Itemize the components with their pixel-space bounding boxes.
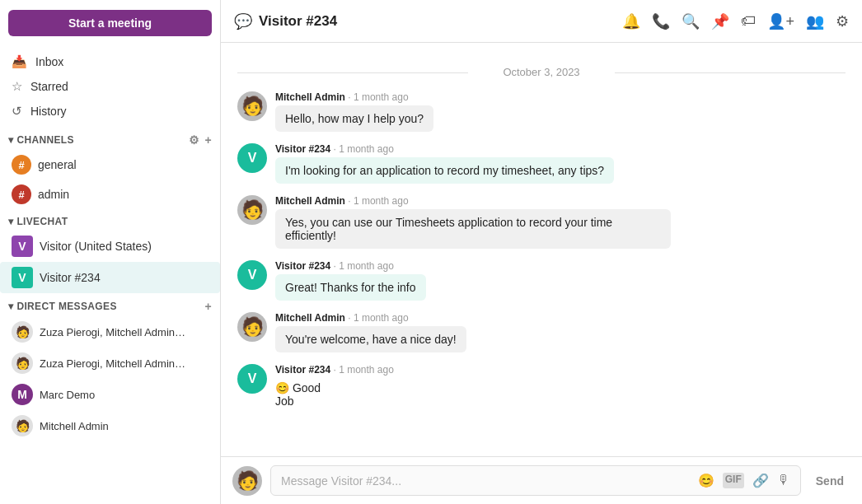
avatar: V [237, 143, 267, 173]
mic-icon[interactable]: 🎙 [777, 473, 790, 488]
dm-avatar-marc: M [12, 384, 33, 405]
sidebar-nav: 📥 Inbox ☆ Starred ↺ History [0, 46, 220, 127]
livechat-section-header: ▾ LIVECHAT [0, 209, 220, 231]
dm-zuza-2[interactable]: 🧑 Zuza Pierogi, Mitchell Admin, a... [0, 348, 220, 379]
chat-input-area: 🧑 😊 GIF 🔗 🎙 Send [221, 456, 862, 504]
input-avatar: 🧑 [232, 466, 262, 496]
avatar: V [237, 260, 267, 290]
livechat-visitor-us-label: Visitor (United States) [40, 240, 152, 253]
nav-item-inbox[interactable]: 📥 Inbox [0, 49, 220, 74]
history-icon: ↺ [12, 104, 22, 119]
message-time: · 1 month ago [334, 260, 394, 272]
message-time: · 1 month ago [348, 91, 408, 103]
sidebar: Start a meeting 📥 Inbox ☆ Starred ↺ Hist… [0, 0, 221, 504]
message-row: V Visitor #234 · 1 month ago I'm looking… [237, 143, 846, 184]
gif-icon[interactable]: GIF [723, 473, 744, 488]
sender-name: Visitor #234 [275, 364, 330, 376]
message-time: · 1 month ago [334, 143, 394, 155]
link-icon[interactable]: 🔗 [752, 473, 769, 488]
general-icon: # [12, 155, 31, 175]
dm-add-icon[interactable]: + [204, 300, 212, 313]
livechat-visitor-us[interactable]: V Visitor (United States) [0, 231, 220, 262]
message-content: Mitchell Admin · 1 month ago Hello, how … [275, 91, 433, 132]
sender-name: Mitchell Admin [275, 195, 345, 207]
message-meta: Mitchell Admin · 1 month ago [275, 91, 433, 103]
sender-name: Visitor #234 [275, 260, 330, 272]
channel-admin[interactable]: # admin [0, 180, 220, 209]
channel-general[interactable]: # general [0, 150, 220, 180]
livechat-visitor-234[interactable]: V Visitor #234 [0, 262, 220, 293]
message-row: 🧑 Mitchell Admin · 1 month ago Yes, you … [237, 195, 846, 249]
message-bubble: I'm looking for an application to record… [275, 157, 614, 184]
nav-label-inbox: Inbox [35, 55, 63, 68]
dm-zuza-1[interactable]: 🧑 Zuza Pierogi, Mitchell Admin, a... [0, 316, 220, 348]
chat-title-text: Visitor #234 [259, 13, 337, 30]
message-bubble: Hello, how may I help you? [275, 105, 433, 132]
livechat-section-toggle[interactable]: ▾ LIVECHAT [8, 216, 68, 227]
message-row: 🧑 Mitchell Admin · 1 month ago Hello, ho… [237, 91, 846, 132]
channels-add-icon[interactable]: + [204, 133, 212, 147]
avatar: V [237, 364, 267, 394]
nav-item-starred[interactable]: ☆ Starred [0, 74, 220, 99]
dm-avatar-mitchell: 🧑 [12, 415, 33, 436]
dm-zuza-2-label: Zuza Pierogi, Mitchell Admin, a... [40, 357, 188, 370]
send-button[interactable]: Send [809, 471, 850, 491]
dm-chevron-icon: ▾ [8, 301, 13, 312]
nav-item-history[interactable]: ↺ History [0, 99, 220, 124]
avatar: 🧑 [237, 195, 267, 225]
chat-input[interactable] [281, 474, 691, 488]
channels-settings-icon[interactable]: ⚙ [189, 133, 199, 147]
message-content: Mitchell Admin · 1 month ago Yes, you ca… [275, 195, 671, 249]
chat-body: October 3, 2023 🧑 Mitchell Admin · 1 mon… [221, 43, 862, 456]
search-icon[interactable]: 🔍 [682, 12, 700, 30]
dm-section-header: ▾ DIRECT MESSAGES + [0, 293, 220, 316]
message-row: V Visitor #234 · 1 month ago Great! Than… [237, 260, 846, 301]
sender-name: Mitchell Admin [275, 312, 345, 324]
message-row: V Visitor #234 · 1 month ago 😊 GoodJob [237, 364, 846, 411]
message-bubble: Great! Thanks for the info [275, 274, 426, 301]
message-meta: Visitor #234 · 1 month ago [275, 364, 394, 376]
dm-actions: + [204, 300, 212, 313]
tag-icon[interactable]: 🏷 [741, 12, 756, 30]
visitor-us-icon: V [12, 236, 33, 257]
chat-header: 💬 Visitor #234 🔔 📞 🔍 📌 🏷 👤+ 👥 ⚙ [221, 0, 862, 43]
header-actions: 🔔 📞 🔍 📌 🏷 👤+ 👥 ⚙ [622, 12, 849, 30]
start-meeting-button[interactable]: Start a meeting [8, 10, 212, 36]
channel-general-label: general [38, 158, 77, 171]
admin-icon: # [12, 184, 31, 204]
dm-zuza-1-label: Zuza Pierogi, Mitchell Admin, a... [40, 326, 188, 338]
dm-mitchell-label: Mitchell Admin [40, 420, 109, 432]
dm-mitchell[interactable]: 🧑 Mitchell Admin [0, 410, 220, 441]
message-time: · 1 month ago [334, 364, 394, 376]
phone-icon[interactable]: 📞 [652, 12, 670, 30]
settings-icon[interactable]: ⚙ [836, 12, 849, 30]
inbox-icon: 📥 [12, 54, 27, 69]
sender-name: Mitchell Admin [275, 91, 345, 103]
dm-section-label: DIRECT MESSAGES [16, 301, 116, 312]
main-chat: 💬 Visitor #234 🔔 📞 🔍 📌 🏷 👤+ 👥 ⚙ October … [221, 0, 862, 504]
avatar: 🧑 [237, 91, 267, 121]
message-row: 🧑 Mitchell Admin · 1 month ago You're we… [237, 312, 846, 352]
chevron-down-icon: ▾ [8, 134, 13, 146]
add-member-icon[interactable]: 👤+ [767, 12, 794, 30]
nav-label-history: History [30, 105, 67, 118]
team-icon[interactable]: 👥 [806, 12, 824, 30]
pin-icon[interactable]: 📌 [711, 12, 729, 30]
message-bubble: Yes, you can use our Timesheets applicat… [275, 209, 671, 249]
message-content: Visitor #234 · 1 month ago Great! Thanks… [275, 260, 426, 301]
dm-section-toggle[interactable]: ▾ DIRECT MESSAGES [8, 301, 117, 312]
message-meta: Mitchell Admin · 1 month ago [275, 195, 671, 207]
dm-avatar-zuza-1: 🧑 [12, 321, 33, 343]
message-content: Mitchell Admin · 1 month ago You're welc… [275, 312, 466, 352]
livechat-section-label: LIVECHAT [16, 216, 68, 227]
channels-section-label: CHANNELS [16, 134, 74, 146]
channels-section-toggle[interactable]: ▾ CHANNELS [8, 134, 74, 146]
dm-marc[interactable]: M Marc Demo [0, 379, 220, 410]
dm-avatar-zuza-2: 🧑 [12, 352, 33, 374]
dm-marc-label: Marc Demo [40, 389, 95, 401]
emoji-icon[interactable]: 😊 [698, 473, 714, 488]
message-bubble: You're welcome, have a nice day! [275, 326, 466, 352]
date-divider: October 3, 2023 [237, 66, 846, 78]
notification-icon[interactable]: 🔔 [622, 12, 640, 30]
visitor-234-icon: V [12, 267, 33, 288]
